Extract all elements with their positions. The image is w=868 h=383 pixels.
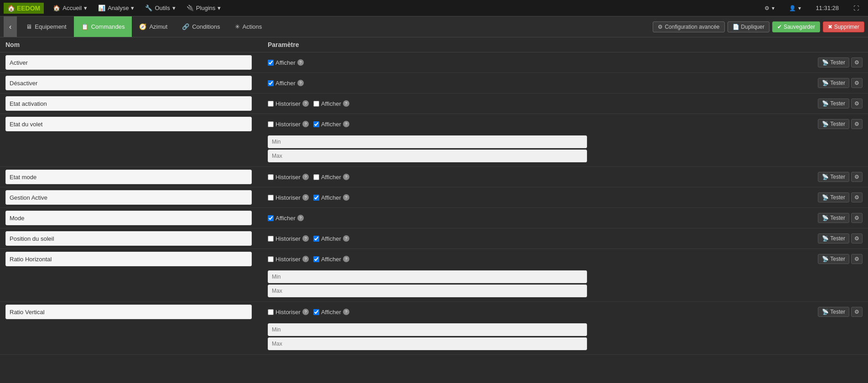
afficher-checkbox-activer[interactable]: [268, 60, 274, 66]
help-icon-aff-mode[interactable]: ?: [297, 215, 304, 221]
settings-nav[interactable]: ⚙ ▾: [759, 0, 780, 16]
tester-btn-etat-volet[interactable]: 📡 Tester: [818, 119, 849, 129]
help-icon-aff-gestion-active[interactable]: ?: [343, 194, 349, 201]
tab-equipement[interactable]: 🖥 Equipement: [19, 16, 73, 37]
tester-btn-mode[interactable]: 📡 Tester: [818, 213, 849, 223]
historiser-label-etat-volet[interactable]: Historiser?: [268, 121, 309, 128]
input-etat-mode[interactable]: [5, 170, 252, 184]
tab-commandes[interactable]: 📋 Commandes: [74, 16, 132, 37]
historiser-checkbox-etat-mode[interactable]: [268, 174, 274, 180]
afficher-checkbox-etat-activation[interactable]: [313, 101, 319, 107]
tester-btn-ratio-vertical[interactable]: 📡 Tester: [818, 307, 849, 317]
help-icon-aff-etat-mode[interactable]: ?: [343, 174, 349, 180]
historiser-label-position-soleil[interactable]: Historiser?: [268, 235, 309, 242]
tab-azimut[interactable]: 🧭 Azimut: [132, 16, 175, 37]
input-gestion-active[interactable]: [5, 190, 252, 205]
afficher-label-ratio-vertical[interactable]: Afficher?: [313, 309, 349, 316]
back-button[interactable]: ‹: [4, 16, 17, 37]
nav-accueil[interactable]: 🏠 Accueil ▾: [47, 0, 93, 16]
max-input-etat-volet[interactable]: [268, 150, 587, 162]
help-icon-hist-gestion-active[interactable]: ?: [302, 194, 309, 201]
tester-btn-etat-mode[interactable]: 📡 Tester: [818, 172, 849, 182]
help-icon-hist-etat-activation[interactable]: ?: [302, 100, 309, 107]
input-mode[interactable]: [5, 211, 252, 225]
afficher-label-etat-volet[interactable]: Afficher?: [313, 121, 349, 128]
afficher-checkbox-etat-mode[interactable]: [313, 174, 319, 180]
help-icon-aff-ratio-vertical[interactable]: ?: [343, 309, 349, 315]
input-etat-activation[interactable]: [5, 96, 252, 111]
historiser-label-gestion-active[interactable]: Historiser?: [268, 194, 309, 201]
user-nav[interactable]: 👤 ▾: [784, 0, 806, 16]
input-position-soleil[interactable]: [5, 231, 252, 246]
delete-button[interactable]: ✖ Supprimer: [823, 21, 864, 32]
fullscreen-btn[interactable]: ⛶: [848, 0, 864, 16]
afficher-checkbox-etat-volet[interactable]: [313, 121, 319, 127]
historiser-label-etat-activation[interactable]: Historiser?: [268, 100, 309, 107]
afficher-label-activer[interactable]: Afficher?: [268, 59, 304, 66]
help-icon-aff-position-soleil[interactable]: ?: [343, 235, 349, 242]
config-btn-ratio-horizontal[interactable]: ⚙: [851, 254, 863, 264]
tester-btn-desactiver[interactable]: 📡 Tester: [818, 78, 849, 88]
min-input-ratio-horizontal[interactable]: [268, 270, 587, 283]
input-ratio-vertical[interactable]: [5, 305, 252, 319]
historiser-checkbox-ratio-horizontal[interactable]: [268, 256, 274, 262]
help-icon-hist-etat-mode[interactable]: ?: [302, 174, 309, 180]
afficher-label-position-soleil[interactable]: Afficher?: [313, 235, 349, 242]
config-btn-activer[interactable]: ⚙: [851, 57, 863, 67]
input-ratio-horizontal[interactable]: [5, 252, 252, 266]
afficher-label-mode[interactable]: Afficher?: [268, 215, 304, 222]
save-button[interactable]: ✔ Sauvegarder: [772, 21, 820, 32]
afficher-checkbox-position-soleil[interactable]: [313, 236, 319, 242]
afficher-label-etat-activation[interactable]: Afficher?: [313, 100, 349, 107]
config-btn-gestion-active[interactable]: ⚙: [851, 192, 863, 202]
tab-conditions[interactable]: 🔗 Conditions: [175, 16, 227, 37]
help-icon-afficher-desactiver[interactable]: ?: [297, 80, 304, 86]
tester-btn-ratio-horizontal[interactable]: 📡 Tester: [818, 254, 849, 264]
config-btn-etat-mode[interactable]: ⚙: [851, 172, 863, 182]
config-btn-etat-activation[interactable]: ⚙: [851, 98, 863, 109]
historiser-checkbox-position-soleil[interactable]: [268, 236, 274, 242]
afficher-label-desactiver[interactable]: Afficher?: [268, 80, 304, 87]
afficher-checkbox-ratio-horizontal[interactable]: [313, 256, 319, 262]
historiser-checkbox-ratio-vertical[interactable]: [268, 309, 274, 315]
advanced-config-button[interactable]: ⚙ Configuration avancée: [653, 21, 724, 32]
nav-plugins[interactable]: 🔌 Plugins ▾: [181, 0, 227, 16]
help-icon-aff-etat-activation[interactable]: ?: [343, 100, 349, 107]
help-icon-hist-ratio-horizontal[interactable]: ?: [302, 256, 309, 262]
historiser-label-ratio-horizontal[interactable]: Historiser?: [268, 256, 309, 263]
nav-analyse[interactable]: 📊 Analyse ▾: [93, 0, 140, 16]
config-btn-position-soleil[interactable]: ⚙: [851, 233, 863, 243]
help-icon-hist-ratio-vertical[interactable]: ?: [302, 309, 309, 315]
nav-outils[interactable]: 🔧 Outils ▾: [140, 0, 181, 16]
max-input-ratio-horizontal[interactable]: [268, 285, 587, 297]
afficher-checkbox-mode[interactable]: [268, 215, 274, 221]
help-icon-aff-etat-volet[interactable]: ?: [343, 121, 349, 127]
duplicate-button[interactable]: 📄 Dupliquer: [728, 21, 769, 32]
input-etat-volet[interactable]: [5, 117, 252, 131]
historiser-checkbox-gestion-active[interactable]: [268, 195, 274, 201]
config-btn-desactiver[interactable]: ⚙: [851, 78, 863, 88]
max-input-ratio-vertical[interactable]: [268, 337, 587, 350]
config-btn-mode[interactable]: ⚙: [851, 213, 863, 223]
afficher-label-etat-mode[interactable]: Afficher?: [313, 174, 349, 181]
help-icon-hist-etat-volet[interactable]: ?: [302, 121, 309, 127]
afficher-checkbox-gestion-active[interactable]: [313, 195, 319, 201]
historiser-label-etat-mode[interactable]: Historiser?: [268, 174, 309, 181]
tester-btn-etat-activation[interactable]: 📡 Tester: [818, 98, 849, 109]
min-input-etat-volet[interactable]: [268, 135, 587, 148]
afficher-checkbox-desactiver[interactable]: [268, 80, 274, 86]
tab-actions[interactable]: ✳ Actions: [228, 16, 270, 37]
help-icon-afficher-activer[interactable]: ?: [297, 59, 304, 66]
help-icon-aff-ratio-horizontal[interactable]: ?: [343, 256, 349, 262]
help-icon-hist-position-soleil[interactable]: ?: [302, 235, 309, 242]
historiser-label-ratio-vertical[interactable]: Historiser?: [268, 309, 309, 316]
tester-btn-gestion-active[interactable]: 📡 Tester: [818, 192, 849, 202]
afficher-label-gestion-active[interactable]: Afficher?: [313, 194, 349, 201]
afficher-checkbox-ratio-vertical[interactable]: [313, 309, 319, 315]
input-activer[interactable]: [5, 55, 252, 70]
historiser-checkbox-etat-activation[interactable]: [268, 101, 274, 107]
brand-logo[interactable]: 🏠 EEDOM: [4, 3, 44, 14]
input-desactiver[interactable]: [5, 76, 252, 90]
min-input-ratio-vertical[interactable]: [268, 323, 587, 336]
afficher-label-ratio-horizontal[interactable]: Afficher?: [313, 256, 349, 263]
